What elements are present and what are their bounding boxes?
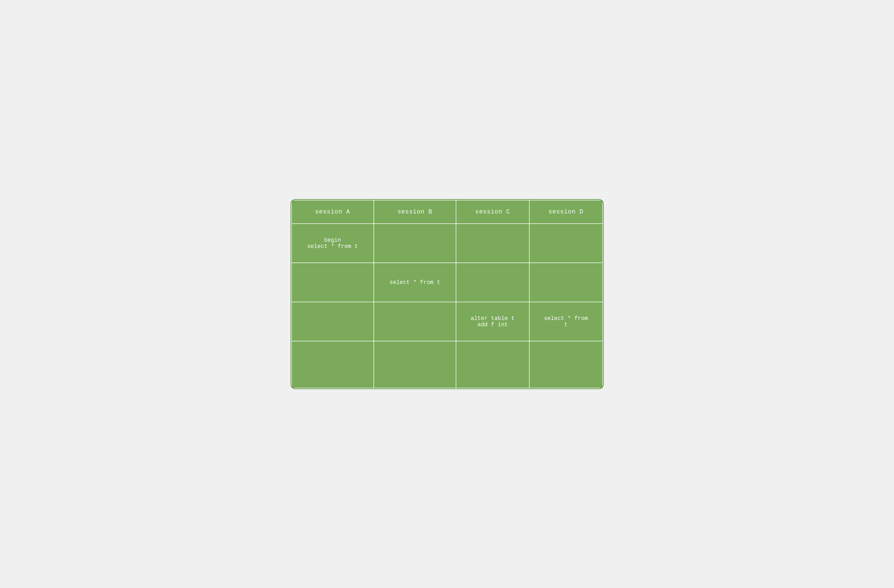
- session-table-container: session A session B session C session D …: [290, 199, 604, 389]
- header-session-a: session A: [291, 200, 374, 224]
- header-session-b: session B: [374, 200, 456, 224]
- cell-r3c2: [374, 302, 456, 341]
- cell-r3c4: select * from t: [529, 302, 603, 341]
- table-row: select * from t: [291, 263, 603, 302]
- cell-r2c1: [291, 263, 374, 302]
- table-row: [291, 341, 603, 388]
- cell-r1c1: begin select * from t: [291, 224, 374, 263]
- cell-r4c3: [456, 341, 529, 388]
- cell-r4c2: [374, 341, 456, 388]
- cell-r1c4: [529, 224, 603, 263]
- cell-r2c2: select * from t: [374, 263, 456, 302]
- table-row: alter table t add f int select * from t: [291, 302, 603, 341]
- cell-r2c3: [456, 263, 529, 302]
- header-session-d: session D: [529, 200, 603, 224]
- session-table: session A session B session C session D …: [291, 200, 603, 388]
- cell-r1c3: [456, 224, 529, 263]
- cell-r3c1: [291, 302, 374, 341]
- cell-r2c4: [529, 263, 603, 302]
- cell-r4c1: [291, 341, 374, 388]
- header-row: session A session B session C session D: [291, 200, 603, 224]
- cell-r4c4: [529, 341, 603, 388]
- table-row: begin select * from t: [291, 224, 603, 263]
- cell-r3c3: alter table t add f int: [456, 302, 529, 341]
- header-session-c: session C: [456, 200, 529, 224]
- cell-r1c2: [374, 224, 456, 263]
